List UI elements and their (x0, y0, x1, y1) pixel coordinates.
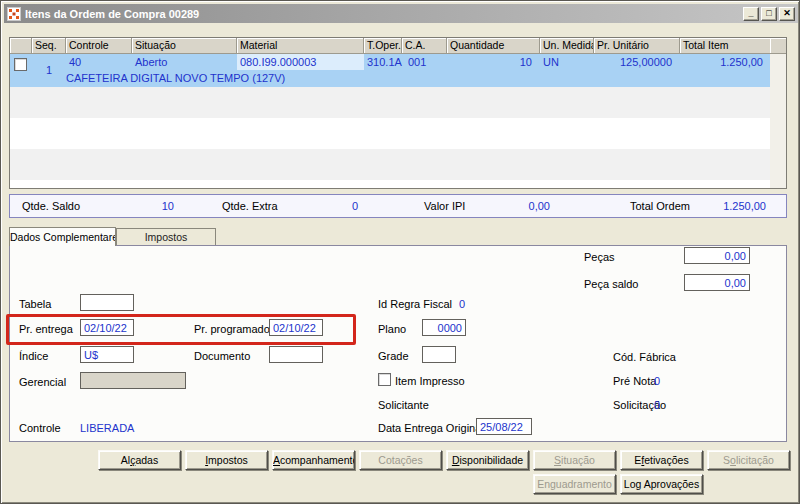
qtde-saldo-label: Qtde. Saldo (22, 195, 80, 217)
col-toper[interactable]: T.Oper. (364, 38, 402, 54)
app-icon (7, 7, 21, 21)
gerencial-label: Gerencial (19, 376, 66, 388)
enquadramento-button: Enguadramento (533, 474, 616, 494)
cod-fabrica-label: Cód. Fábrica (613, 351, 676, 363)
cell-quantidade: 10 (447, 56, 532, 68)
plano-label: Plano (378, 323, 406, 335)
pr-entrega-label: Pr. entrega (19, 323, 73, 335)
data-entrega-label: Data Entrega Original (378, 422, 484, 434)
col-total-item[interactable]: Total Item (680, 38, 770, 54)
empty-row-band (10, 87, 770, 118)
cell-controle: 40 (69, 56, 81, 68)
cell-seq: 1 (32, 54, 66, 87)
pecas-field[interactable] (684, 247, 750, 264)
col-un-medida[interactable]: Un. Medida (540, 38, 594, 54)
col-indicator (10, 38, 32, 54)
close-icon[interactable]: ✕ (779, 7, 795, 21)
grid-scroll-corner (770, 38, 786, 54)
col-ca[interactable]: C.A. (402, 38, 447, 54)
id-regra-fiscal-value: 0 (459, 298, 465, 310)
gerencial-field (80, 372, 186, 389)
qtde-extra-value: 0 (310, 195, 358, 217)
tab-impostos[interactable]: Impostos (116, 228, 216, 245)
minimize-icon[interactable]: _ (743, 7, 759, 21)
situacao-button: Situação (533, 450, 616, 470)
window-title: Itens da Ordem de Compra 00289 (25, 8, 739, 20)
row-select-checkbox[interactable] (14, 58, 27, 71)
peca-saldo-label: Peça saldo (584, 278, 638, 290)
log-aprovacoes-button[interactable]: Log Aprovações (620, 474, 703, 494)
documento-label: Documento (194, 350, 250, 362)
pr-entrega-field[interactable] (80, 319, 134, 336)
plano-field[interactable] (422, 319, 466, 336)
id-regra-fiscal-label: Id Regra Fiscal (378, 298, 452, 310)
cell-material: 080.I99.000003 (240, 56, 316, 68)
pecas-label: Peças (584, 251, 615, 263)
summary-bar: Qtde. Saldo 10 Qtde. Extra 0 Valor IPI 0… (9, 194, 787, 218)
col-pr-unitario[interactable]: Pr. Unitário (594, 38, 680, 54)
empty-row-band (10, 149, 770, 180)
controle-label: Controle (19, 422, 61, 434)
cell-un-medida: UN (543, 56, 559, 68)
pre-nota-label: Pré Nota (613, 375, 656, 387)
qtde-extra-label: Qtde. Extra (222, 195, 278, 217)
alcadas-button[interactable]: Alçadas (98, 450, 181, 470)
efetivacoes-button[interactable]: Efetivações (620, 450, 703, 470)
grade-field[interactable] (422, 346, 456, 363)
grade-label: Grade (378, 350, 409, 362)
empty-row-band (10, 118, 770, 149)
tab-content-panel (9, 245, 787, 442)
vertical-scrollbar[interactable] (770, 54, 786, 188)
item-impresso-label: Item Impresso (395, 375, 465, 387)
cell-total-item: 1.250,00 (682, 56, 763, 68)
solicitacao-button: Solicitação (707, 450, 790, 470)
window-controls: _ □ ✕ (743, 7, 795, 21)
tab-dados-complementares[interactable]: Dados Complementares (9, 227, 116, 246)
indice-field[interactable] (80, 346, 134, 363)
table-row[interactable]: 1 40 Aberto 080.I99.000003 310.1A 001 10… (10, 54, 770, 87)
solicitacao-value: 0 (654, 399, 660, 411)
acompanhamento-button[interactable]: Acompanhamento (272, 450, 355, 470)
documento-field[interactable] (269, 346, 323, 363)
titlebar[interactable]: Itens da Ordem de Compra 00289 _ □ ✕ (4, 4, 798, 23)
cell-situacao: Aberto (135, 56, 167, 68)
impostos-button[interactable]: Impostos (185, 450, 268, 470)
cell-toper: 310.1A (367, 56, 402, 68)
qtde-saldo-value: 10 (122, 195, 174, 217)
cell-pr-unitario: 125,00000 (596, 56, 672, 68)
pre-nota-value: 0 (654, 375, 660, 387)
valor-ipi-value: 0,00 (488, 195, 550, 217)
total-ordem-label: Total Ordem (630, 195, 690, 217)
tabela-field[interactable] (80, 294, 134, 311)
pr-programado-label: Pr. programado (194, 323, 270, 335)
maximize-icon[interactable]: □ (761, 7, 777, 21)
items-grid: Seq. Controle Situação Material T.Oper. … (9, 37, 787, 189)
disponibilidade-button[interactable]: Disponibilidade (446, 450, 529, 470)
col-quantidade[interactable]: Quantidade (447, 38, 540, 54)
order-items-window: Itens da Ordem de Compra 00289 _ □ ✕ Seq… (0, 0, 800, 504)
indice-label: Índice (19, 350, 48, 362)
total-ordem-value: 1.250,00 (694, 195, 766, 217)
cell-descricao: CAFETEIRA DIGITAL NOVO TEMPO (127V) (66, 72, 285, 84)
pr-programado-field[interactable] (269, 319, 323, 336)
tabela-label: Tabela (19, 298, 51, 310)
col-situacao[interactable]: Situação (132, 38, 237, 54)
grid-header: Seq. Controle Situação Material T.Oper. … (10, 38, 786, 54)
solicitante-label: Solicitante (378, 399, 429, 411)
cell-ca: 001 (408, 56, 426, 68)
col-material[interactable]: Material (237, 38, 364, 54)
data-entrega-field[interactable] (476, 418, 532, 435)
controle-status: LIBERADA (80, 422, 134, 434)
item-impresso-checkbox[interactable] (378, 373, 391, 386)
cotacoes-button: Cotações (359, 450, 442, 470)
peca-saldo-field[interactable] (684, 274, 750, 291)
col-seq[interactable]: Seq. (32, 38, 66, 54)
valor-ipi-label: Valor IPI (424, 195, 465, 217)
col-controle[interactable]: Controle (66, 38, 132, 54)
